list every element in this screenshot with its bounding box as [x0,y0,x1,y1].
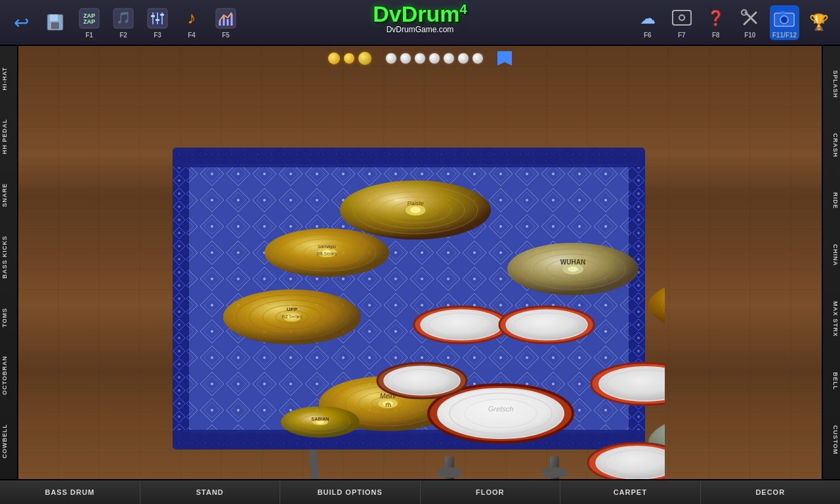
floor-button[interactable]: FLOOR [421,480,561,504]
svg-point-28 [782,18,786,22]
svg-text:samayu: samayu [318,243,337,249]
sidebar-item-china[interactable]: CHINA [823,239,840,272]
carpet-button[interactable]: CARPET [560,480,701,504]
svg-point-62 [568,266,578,272]
svg-rect-14 [160,14,164,16]
led-gold-1 [328,52,340,64]
sidebar-left: HI-HAT HH PEDAL SNARE BASS KICKS TOMS OC… [0,46,18,479]
svg-text:UPP: UPP [287,306,298,312]
sidebar-item-octobran[interactable]: OCTOBRAN [0,350,17,400]
svg-rect-122 [308,450,320,479]
f4-label: F4 [188,32,196,39]
f1-label: F1 [85,32,93,39]
led-white-7 [472,53,483,64]
svg-text:WUHAN: WUHAN [560,259,585,266]
svg-rect-13 [156,19,159,21]
trophy-button[interactable]: 🏆 [805,10,833,34]
sidebar-item-splash[interactable]: SPLASH [823,65,840,104]
drum-kit: Paiste samayu B8 Series WUHAN [146,108,665,479]
sidebar-item-snare[interactable]: SNARE [0,178,17,213]
svg-text:Gretsch: Gretsch [488,405,514,413]
svg-point-125 [436,467,463,478]
bookmark-icon[interactable] [497,51,512,66]
f1112-button[interactable]: F11/F12 [770,5,799,40]
f6-label: F6 [644,32,652,39]
led-white-1 [386,53,396,64]
sidebar-item-toms[interactable]: TOMS [0,303,17,333]
bass-drum-button[interactable]: BASS DRUM [0,480,140,504]
title-number: 4 [460,2,467,16]
subtitle: DvDrumGame.com [373,25,467,34]
svg-point-128 [541,467,568,478]
f3-button[interactable]: F3 [143,7,172,39]
svg-rect-20 [673,10,691,25]
sidebar-item-max-strx[interactable]: MAX STRX [823,296,840,343]
sidebar-item-ride[interactable]: RIDE [823,187,840,215]
f1112-label: F11/F12 [772,32,797,39]
svg-rect-2 [51,22,59,29]
svg-text:B2 Series: B2 Series [282,314,303,319]
f5-label: F5 [222,32,230,39]
led-white-5 [444,53,454,64]
build-options-button[interactable]: BUILD OPTIONS [280,480,421,504]
svg-text:Paiste: Paiste [407,200,423,207]
svg-rect-39 [173,148,645,167]
f3-label: F3 [154,32,161,39]
title-text: DvDrum [373,1,459,26]
f6-button[interactable]: ☁ F6 [633,7,662,39]
led-white-4 [429,53,440,64]
led-white-6 [458,53,469,64]
sidebar-item-cowbell[interactable]: COWBELL [0,419,17,464]
f4-button[interactable]: ♪ F4 [177,7,206,39]
sidebar-item-bell[interactable]: BELL [823,367,840,396]
f8-label: F8 [712,32,720,39]
f2-label: F2 [119,32,127,39]
f5-button[interactable]: F5 [211,7,240,39]
led-white-2 [400,53,411,64]
sidebar-item-bass-kicks[interactable]: BASS KICKS [0,230,17,284]
led-row [328,51,512,66]
svg-point-64 [648,278,665,333]
svg-rect-21 [673,10,691,25]
sidebar-item-custom[interactable]: CUSTOM [823,420,840,460]
f10-label: F10 [744,32,755,39]
f10-button[interactable]: F10 [736,7,765,39]
stage: Paiste samayu B8 Series WUHAN [18,46,822,479]
svg-rect-29 [780,11,785,14]
f7-button[interactable]: F7 [667,7,696,39]
svg-rect-12 [151,15,155,17]
svg-point-47 [410,207,421,213]
svg-point-22 [679,15,684,20]
save-button[interactable] [41,10,70,34]
f8-button[interactable]: ❓ F8 [702,7,730,39]
sidebar-item-hh-pedal[interactable]: HH PEDAL [0,114,17,159]
svg-point-103 [421,310,502,340]
svg-text:ZAP: ZAP [83,18,95,25]
svg-text:🎵: 🎵 [116,10,131,25]
svg-point-117 [384,366,460,395]
led-gold-3 [358,52,371,65]
sidebar-right: SPLASH CRASH RIDE CHINA MAX STRX BELL CU… [822,46,840,479]
main-area: HI-HAT HH PEDAL SNARE BASS KICKS TOMS OC… [0,46,840,479]
f1-button[interactable]: ZAP ZAP F1 [75,7,104,39]
sidebar-item-hi-hat[interactable]: HI-HAT [0,62,17,96]
svg-text:ṁ: ṁ [385,402,391,408]
svg-rect-1 [50,14,58,21]
f2-button[interactable]: 🎵 F2 [109,7,138,39]
stand-button[interactable]: STAND [140,480,281,504]
svg-rect-40 [173,430,645,450]
toolbar: ↩ ZAP ZAP F1 🎵 [0,0,840,46]
led-white-3 [415,53,425,64]
svg-point-106 [506,310,587,340]
svg-point-112 [438,388,564,438]
bottom-bar: BASS DRUM STAND BUILD OPTIONS FLOOR CARP… [0,479,840,504]
f7-label: F7 [678,32,686,39]
undo-button[interactable]: ↩ [7,10,35,34]
app-title: DvDrum4 DvDrumGame.com [373,3,467,34]
sidebar-item-crash[interactable]: CRASH [823,128,840,163]
svg-text:SABIAN: SABIAN [312,417,329,421]
svg-text:B8 Series: B8 Series [317,251,337,256]
led-gold-2 [344,53,354,64]
decor-button[interactable]: DECOR [701,480,841,504]
